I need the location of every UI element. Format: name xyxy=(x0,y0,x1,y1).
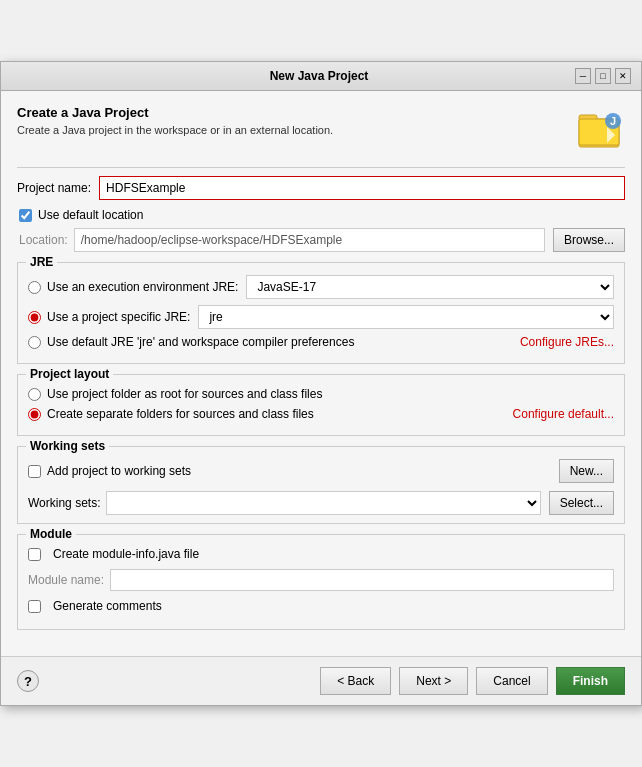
browse-button[interactable]: Browse... xyxy=(553,228,625,252)
working-sets-content: Add project to working sets New... Worki… xyxy=(28,459,614,515)
generate-comments-label[interactable]: Generate comments xyxy=(53,599,162,613)
jre-default-row: Use default JRE 'jre' and workspace comp… xyxy=(28,335,614,349)
title-bar: New Java Project ─ □ ✕ xyxy=(1,62,641,91)
project-name-label: Project name: xyxy=(17,181,91,195)
jre-default-radio[interactable] xyxy=(28,336,41,349)
jre-project-row: Use a project specific JRE: jre xyxy=(28,305,614,329)
jre-default-label[interactable]: Use default JRE 'jre' and workspace comp… xyxy=(47,335,354,349)
jre-env-dropdown[interactable]: JavaSE-17 xyxy=(246,275,614,299)
next-button[interactable]: Next > xyxy=(399,667,468,695)
project-layout-label: Project layout xyxy=(26,367,113,381)
back-button[interactable]: < Back xyxy=(320,667,391,695)
jre-section: JRE Use an execution environment JRE: Ja… xyxy=(17,262,625,364)
module-section-content: Create module-info.java file Module name… xyxy=(28,547,614,613)
jre-section-label: JRE xyxy=(26,255,57,269)
dialog-subtext: Create a Java project in the workspace o… xyxy=(17,124,333,136)
create-module-checkbox[interactable] xyxy=(28,548,41,561)
jre-project-radio[interactable] xyxy=(28,311,41,324)
working-sets-top: Add project to working sets New... xyxy=(28,459,614,483)
close-button[interactable]: ✕ xyxy=(615,68,631,84)
layout-folder-row: Use project folder as root for sources a… xyxy=(28,387,614,401)
jre-env-row: Use an execution environment JRE: JavaSE… xyxy=(28,275,614,299)
project-layout-content: Use project folder as root for sources a… xyxy=(28,387,614,421)
header-divider xyxy=(17,167,625,168)
finish-button[interactable]: Finish xyxy=(556,667,625,695)
maximize-button[interactable]: □ xyxy=(595,68,611,84)
working-sets-section: Working sets Add project to working sets… xyxy=(17,446,625,524)
dialog-heading: Create a Java Project xyxy=(17,105,333,120)
new-working-set-button[interactable]: New... xyxy=(559,459,614,483)
jre-env-label[interactable]: Use an execution environment JRE: xyxy=(47,280,238,294)
module-name-row: Module name: xyxy=(28,569,614,591)
layout-separate-row: Create separate folders for sources and … xyxy=(28,407,614,421)
location-input[interactable] xyxy=(74,228,545,252)
add-to-working-sets-row: Add project to working sets xyxy=(28,464,191,478)
location-row: Location: Browse... xyxy=(19,228,625,252)
header-text: Create a Java Project Create a Java proj… xyxy=(17,105,333,136)
layout-folder-label[interactable]: Use project folder as root for sources a… xyxy=(47,387,322,401)
jre-env-radio[interactable] xyxy=(28,281,41,294)
generate-comments-row: Generate comments xyxy=(28,599,614,613)
configure-jres-link[interactable]: Configure JREs... xyxy=(520,335,614,349)
create-module-row: Create module-info.java file xyxy=(28,547,614,561)
dialog-title: New Java Project xyxy=(63,69,575,83)
jre-section-content: Use an execution environment JRE: JavaSE… xyxy=(28,275,614,349)
help-button[interactable]: ? xyxy=(17,670,39,692)
working-sets-label: Working sets xyxy=(26,439,109,453)
project-name-input[interactable] xyxy=(99,176,625,200)
dialog-body: Create a Java Project Create a Java proj… xyxy=(1,91,641,650)
footer-left: ? xyxy=(17,670,39,692)
jre-project-dropdown[interactable]: jre xyxy=(198,305,614,329)
layout-folder-radio[interactable] xyxy=(28,388,41,401)
new-java-project-dialog: New Java Project ─ □ ✕ Create a Java Pro… xyxy=(0,61,642,706)
configure-default-link[interactable]: Configure default... xyxy=(513,407,614,421)
add-working-sets-checkbox[interactable] xyxy=(28,465,41,478)
layout-separate-radio[interactable] xyxy=(28,408,41,421)
project-layout-section: Project layout Use project folder as roo… xyxy=(17,374,625,436)
generate-comments-checkbox[interactable] xyxy=(28,600,41,613)
use-default-location-checkbox[interactable] xyxy=(19,209,32,222)
module-section-label: Module xyxy=(26,527,76,541)
cancel-button[interactable]: Cancel xyxy=(476,667,547,695)
folder-icon: J xyxy=(577,105,625,153)
footer-right: < Back Next > Cancel Finish xyxy=(320,667,625,695)
use-default-location-label[interactable]: Use default location xyxy=(38,208,143,222)
svg-text:J: J xyxy=(610,115,616,127)
minimize-button[interactable]: ─ xyxy=(575,68,591,84)
location-label: Location: xyxy=(19,233,68,247)
module-name-label: Module name: xyxy=(28,573,104,587)
default-location-row: Use default location xyxy=(19,208,625,222)
layout-separate-label[interactable]: Create separate folders for sources and … xyxy=(47,407,314,421)
add-working-sets-label[interactable]: Add project to working sets xyxy=(47,464,191,478)
select-working-set-button[interactable]: Select... xyxy=(549,491,614,515)
working-sets-bottom: Working sets: Select... xyxy=(28,491,614,515)
jre-project-label[interactable]: Use a project specific JRE: xyxy=(47,310,190,324)
title-bar-controls: ─ □ ✕ xyxy=(575,68,631,84)
module-name-input[interactable] xyxy=(110,569,614,591)
project-name-row: Project name: xyxy=(17,176,625,200)
create-module-label[interactable]: Create module-info.java file xyxy=(53,547,199,561)
header-section: Create a Java Project Create a Java proj… xyxy=(17,105,625,153)
dialog-footer: ? < Back Next > Cancel Finish xyxy=(1,656,641,705)
working-sets-sets-label: Working sets: xyxy=(28,496,100,510)
module-section: Module Create module-info.java file Modu… xyxy=(17,534,625,630)
working-sets-dropdown[interactable] xyxy=(106,491,540,515)
